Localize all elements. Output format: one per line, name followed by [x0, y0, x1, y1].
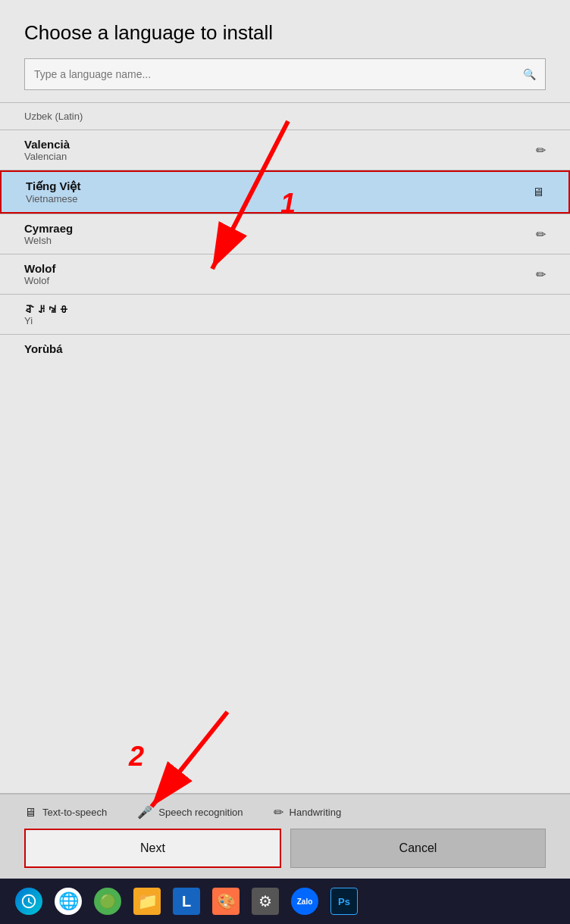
- search-icon: 🔍: [523, 68, 536, 80]
- lang-item-wolof[interactable]: Wolof Wolof ✏: [0, 254, 570, 294]
- lang-native-vietnamese: Vietnamese: [26, 193, 80, 204]
- bottom-section: 🖥 Text-to-speech 🎤 Speech recognition ✏ …: [0, 794, 570, 879]
- lang-name-wolof: Wolof: [24, 262, 55, 275]
- lang-info-welsh: Cymraeg Welsh: [24, 222, 73, 246]
- sr-icon: 🎤: [137, 805, 152, 819]
- lang-native-welsh: Welsh: [24, 235, 73, 246]
- taskbar-icon-gear[interactable]: ⚙: [252, 888, 279, 915]
- lang-native-yi: Yi: [24, 315, 70, 326]
- sr-label: Speech recognition: [158, 807, 243, 818]
- taskbar-icon-paint[interactable]: 🎨: [212, 888, 240, 915]
- lang-native-valencian: Valencian: [24, 151, 70, 162]
- hw-label: Handwriting: [290, 807, 342, 818]
- taskbar-icon-edge[interactable]: [15, 888, 42, 915]
- feature-sr: 🎤 Speech recognition: [137, 805, 243, 819]
- lang-name-vietnamese: Tiếng Việt: [26, 179, 80, 193]
- language-install-dialog: Choose a language to install 🔍 Uzbek (La…: [0, 0, 570, 879]
- lang-native-uzbek-latin: Uzbek (Latin): [24, 111, 83, 122]
- taskbar-icon-greend[interactable]: 🟢: [94, 888, 121, 915]
- feature-hw: ✏ Handwriting: [274, 805, 342, 819]
- lang-info-valencian: Valencià Valencian: [24, 138, 70, 162]
- lang-info-yi: ꆈꌠꁱꂷ Yi: [24, 302, 70, 326]
- hw-icon: ✏: [274, 805, 283, 819]
- taskbar-icon-letter[interactable]: L: [173, 888, 200, 915]
- lang-item-vietnamese[interactable]: Tiếng Việt Vietnamese 🖥: [0, 170, 570, 214]
- search-input[interactable]: [34, 68, 517, 80]
- search-wrapper: 🔍: [0, 58, 570, 102]
- lang-icon-welsh: ✏: [536, 227, 546, 242]
- taskbar-icon-folder[interactable]: 📁: [133, 888, 161, 915]
- lang-item-welsh[interactable]: Cymraeg Welsh ✏: [0, 214, 570, 254]
- language-list: Uzbek (Latin) Valencià Valencian ✏ Tiếng…: [0, 103, 570, 793]
- feature-tts: 🖥 Text-to-speech: [24, 805, 107, 819]
- taskbar: 🌐 🟢 📁 L 🎨 ⚙ Zalo Ps: [0, 879, 570, 924]
- features-row: 🖥 Text-to-speech 🎤 Speech recognition ✏ …: [24, 805, 546, 819]
- buttons-row: Next Cancel: [24, 829, 546, 868]
- lang-info-vietnamese: Tiếng Việt Vietnamese: [26, 179, 80, 204]
- lang-native-wolof: Wolof: [24, 275, 55, 286]
- dialog-title: Choose a language to install: [0, 0, 570, 58]
- lang-item-yoruba[interactable]: Yorùbá: [0, 335, 570, 358]
- lang-item-uzbek-latin[interactable]: Uzbek (Latin): [0, 103, 570, 130]
- lang-icon-wolof: ✏: [536, 267, 546, 282]
- tts-label: Text-to-speech: [42, 807, 107, 818]
- lang-info-yoruba: Yorùbá: [24, 342, 63, 355]
- taskbar-icon-zalo[interactable]: Zalo: [291, 888, 318, 915]
- lang-icon-valencian: ✏: [536, 143, 546, 158]
- lang-name-yi: ꆈꌠꁱꂷ: [24, 302, 70, 315]
- cancel-button[interactable]: Cancel: [290, 829, 546, 868]
- search-box-container[interactable]: 🔍: [24, 58, 546, 90]
- lang-item-valencian[interactable]: Valencià Valencian ✏: [0, 130, 570, 170]
- lang-info-wolof: Wolof Wolof: [24, 262, 55, 286]
- lang-info-uzbek-latin: Uzbek (Latin): [24, 111, 83, 122]
- tts-icon: 🖥: [24, 806, 36, 819]
- lang-name-valencian: Valencià: [24, 138, 70, 151]
- lang-item-yi[interactable]: ꆈꌠꁱꂷ Yi: [0, 295, 570, 334]
- taskbar-icon-chrome[interactable]: 🌐: [55, 888, 82, 915]
- next-button[interactable]: Next: [24, 829, 281, 868]
- lang-icon-vietnamese: 🖥: [532, 186, 544, 199]
- taskbar-icon-ps[interactable]: Ps: [330, 888, 358, 915]
- lang-name-yoruba: Yorùbá: [24, 342, 63, 355]
- lang-name-welsh: Cymraeg: [24, 222, 73, 235]
